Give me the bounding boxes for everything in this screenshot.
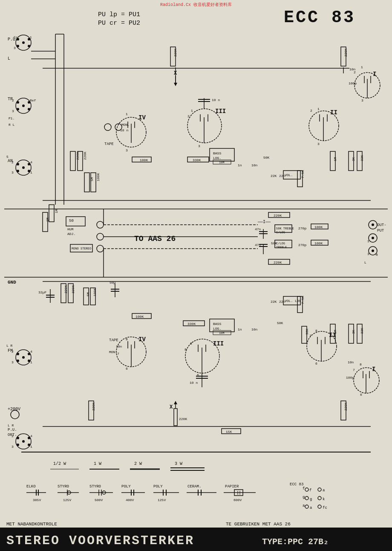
pin-f-top: f bbox=[309, 488, 311, 493]
resistor-33k-upper: 33K bbox=[360, 155, 364, 161]
svg-point-5 bbox=[17, 45, 19, 47]
cap-10n-tube1-lower: 10n bbox=[348, 360, 354, 364]
cap-10n-1: 10 n bbox=[120, 128, 128, 132]
svg-point-140 bbox=[17, 437, 19, 439]
tube-iv-lower-pin6: 6 bbox=[126, 367, 128, 371]
tube-iv-upper-label: IV bbox=[138, 114, 146, 121]
papier-label: PAPIER bbox=[225, 484, 239, 489]
cap-100p-upper: 100p bbox=[349, 81, 357, 85]
cap-10n-upper2: 10n bbox=[251, 163, 258, 167]
resistor-220k-lower-left2: 220K bbox=[71, 285, 75, 293]
resistor-220k-mid-right2: 220K bbox=[274, 261, 282, 264]
out-pin-3: 3 bbox=[367, 252, 369, 256]
svg-point-16 bbox=[22, 166, 25, 169]
pin-g-label: g bbox=[303, 495, 305, 499]
watt-half: 1/2 W bbox=[53, 461, 66, 466]
formula1: PU lp = PU1 bbox=[98, 11, 140, 18]
resistor-75k-upper: 7.5K bbox=[301, 170, 305, 178]
watermark: Radioland.Cx 收音机爱好者资料库 bbox=[160, 2, 232, 7]
resistor-75k-lower: 7.5K bbox=[301, 296, 305, 304]
svg-rect-0 bbox=[0, 0, 392, 551]
output-label-bot: PUT bbox=[377, 229, 384, 233]
poly2-label: POLY bbox=[153, 484, 163, 489]
svg-point-139 bbox=[22, 440, 25, 443]
resistor-1m-lower-right: 1M bbox=[333, 330, 337, 334]
svg-point-132 bbox=[22, 356, 25, 359]
voltage-label: +200V bbox=[8, 407, 20, 412]
mono-stereo-label: MONO STEREO bbox=[72, 247, 91, 250]
tape-lower-10n: 10n bbox=[116, 345, 122, 348]
cap-1n-lower: 1n bbox=[238, 328, 242, 331]
clog-treble-lower: C/LOG bbox=[276, 242, 285, 245]
tube-iv-lower-pin8: 8 bbox=[126, 337, 128, 341]
cap-10n-lower: 10n bbox=[251, 328, 258, 331]
puort-lr-label: L R bbox=[8, 423, 14, 427]
watt-1: 1 W bbox=[94, 461, 101, 466]
cap-32uf: 32µF bbox=[38, 290, 46, 294]
tube-iv-pin-1: 1 bbox=[126, 112, 128, 116]
resistor-220k-lower-left: 220K bbox=[64, 285, 68, 293]
resistor-330k-upper: 330K bbox=[193, 158, 201, 162]
resistor-22k-lower: 22K bbox=[271, 300, 277, 304]
fm-pin-2: 2 bbox=[12, 350, 14, 354]
hum-adj-label: HUM bbox=[67, 227, 74, 231]
resistor-220k-bot-mid: 220K bbox=[92, 403, 95, 411]
resistor-1m-mid: 1M bbox=[46, 218, 49, 222]
l-label-top: L bbox=[8, 56, 10, 61]
tube-iv-pin-3: 3 bbox=[126, 148, 128, 152]
tube-iii-upper-pin2: 2 bbox=[187, 114, 190, 118]
poly1-label: POLY bbox=[121, 484, 131, 489]
resistor-220k-bot-right: 220K bbox=[344, 403, 348, 411]
elko-voltage: 385V bbox=[33, 498, 41, 502]
resistor-15k-bottom: 15K bbox=[226, 430, 232, 434]
watt-3: 3 W bbox=[175, 461, 182, 466]
gnd-label: GND bbox=[8, 280, 16, 285]
mon-lower-label: MON. bbox=[109, 350, 117, 354]
fm-lr-label: L R bbox=[6, 344, 13, 348]
tube-ii-upper-pin3: 3 bbox=[317, 142, 320, 146]
tr-pin-3: 3 bbox=[12, 109, 14, 113]
pot-50k-lower2: 50K bbox=[277, 321, 283, 325]
tr-pin-2: 2 bbox=[12, 99, 14, 102]
bass-log-label2-upper: LOG. bbox=[213, 156, 221, 160]
styro2-label: STYRO bbox=[89, 484, 101, 489]
channel-i-label: ——I—— bbox=[257, 220, 271, 224]
watt-2: 2 W bbox=[134, 461, 142, 466]
tube-iv-lower-label: IV bbox=[138, 336, 146, 343]
papier-voltage: 600V bbox=[233, 498, 242, 502]
formula2: PU cr = PU2 bbox=[98, 20, 140, 27]
resistor-50: 50 bbox=[69, 219, 74, 223]
puort-pin-2: 2 bbox=[12, 434, 14, 438]
bass-log-lower2: LOG. bbox=[213, 327, 221, 331]
pin-a: a bbox=[323, 488, 325, 493]
svg-point-17 bbox=[17, 163, 19, 165]
resistor-5m-lower: 5M bbox=[86, 292, 90, 296]
met-label: MET NABANDKONTROLE bbox=[6, 522, 57, 527]
fm-pin-4: 4 bbox=[30, 350, 32, 354]
output-label-top: OUT- bbox=[377, 223, 386, 227]
pot-50k-upper: 50K bbox=[263, 156, 270, 160]
cap-270p-lower: 270p bbox=[298, 243, 306, 247]
vol-log-lower: VOL. LOG bbox=[285, 299, 301, 303]
tube-i-upper-pin3: 3 bbox=[361, 99, 363, 102]
svg-point-6 bbox=[28, 45, 30, 47]
pu-pin-cr: Cr bbox=[14, 35, 18, 39]
page-container: Radioland.Cx 收音机爱好者资料库 ECC 83 PU lp = PU… bbox=[0, 0, 392, 551]
fm-pin-1: 1 bbox=[30, 360, 32, 364]
tube-ii-lower-pin6: 6 bbox=[315, 362, 317, 365]
resistor-3k-lower: 3K bbox=[352, 330, 355, 334]
resistor-100k-lower-mid: 100K bbox=[314, 241, 323, 245]
resistor-10m-bass: 10M bbox=[219, 161, 225, 164]
tr-pl-label: Pl. bbox=[9, 116, 14, 120]
resistor-220k-2: 220K bbox=[83, 152, 87, 160]
styro2-voltage: 500V bbox=[95, 498, 103, 502]
svg-point-133 bbox=[17, 353, 19, 355]
cap-270p-upper: 270p bbox=[298, 226, 306, 230]
out-r-label: R bbox=[376, 253, 378, 257]
tube-i-upper-pin1: 1 bbox=[361, 65, 363, 69]
tube-ii-upper-pin1: 1 bbox=[317, 107, 320, 111]
resistor-10m-bass-lower: 10M bbox=[219, 331, 225, 335]
pin-a-label: a bbox=[303, 504, 305, 508]
tube-ii-lower-pin7: 7 bbox=[309, 334, 311, 338]
svg-point-14 bbox=[28, 108, 30, 110]
